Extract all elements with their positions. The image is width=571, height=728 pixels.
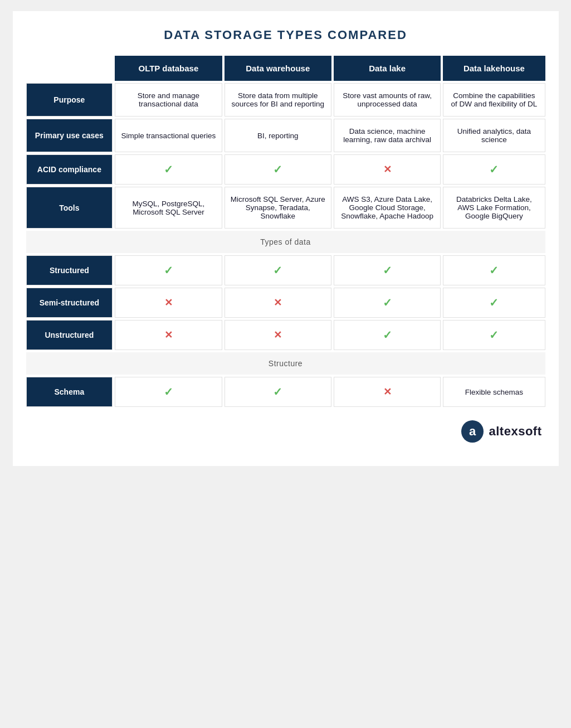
check-icon: ✓ [489,297,499,309]
page-container: DATA STORAGE TYPES COMPARED OLTP databas… [13,11,559,466]
semi-structured-col1: ✕ [115,288,222,318]
col4-header: Data lakehouse [443,56,545,81]
structure-label: Structure [26,352,545,375]
structured-row: Structured ✓ ✓ ✓ ✓ [26,255,545,285]
page-title: DATA STORAGE TYPES COMPARED [24,28,548,42]
altexsoft-logo-icon: a [460,419,485,444]
acid-col1: ✓ [115,154,222,185]
acid-label: ACID compliance [26,154,113,185]
check-icon: ✓ [489,264,499,276]
cross-icon: ✕ [164,329,173,341]
structured-label: Structured [26,255,113,285]
unstructured-row: Unstructured ✕ ✕ ✓ ✓ [26,320,545,350]
types-of-data-label: Types of data [26,231,545,253]
empty-header-cell [26,56,113,81]
semi-structured-col2: ✕ [225,288,331,318]
purpose-col3: Store vast amounts of raw, unprocessed d… [334,83,441,117]
cross-icon: ✕ [383,386,392,397]
cross-icon: ✕ [164,297,173,308]
primary-use-cases-col3: Data science, machine learning, raw data… [334,119,441,152]
schema-col2: ✓ [225,377,331,407]
tools-col3: AWS S3, Azure Data Lake, Google Cloud St… [334,187,441,229]
semi-structured-col3: ✓ [334,288,441,318]
svg-text:a: a [468,424,476,438]
semi-structured-col4: ✓ [443,288,545,318]
purpose-row: Purpose Store and manage transactional d… [26,83,545,117]
schema-label: Schema [26,377,113,407]
tools-label: Tools [26,187,113,229]
primary-use-cases-col4: Unified analytics, data science [443,119,545,152]
unstructured-col4: ✓ [443,320,545,350]
primary-use-cases-row: Primary use cases Simple transactional q… [26,119,545,152]
purpose-col2: Store data from multiple sources for BI … [225,83,331,117]
check-icon: ✓ [273,264,282,276]
check-icon: ✓ [383,297,392,309]
check-icon: ✓ [489,163,499,176]
check-icon: ✓ [383,329,392,341]
check-icon: ✓ [164,264,173,276]
check-icon: ✓ [164,386,173,398]
logo-container: a altexsoft [460,419,542,444]
cross-icon: ✕ [274,329,282,341]
structured-col3: ✓ [334,255,441,285]
tools-col4: Databricks Delta Lake, AWS Lake Formatio… [443,187,545,229]
cross-icon: ✕ [383,164,392,175]
primary-use-cases-label: Primary use cases [26,119,113,152]
comparison-table: OLTP database Data warehouse Data lake D… [24,54,548,409]
semi-structured-row: Semi-structured ✕ ✕ ✓ ✓ [26,288,545,318]
structured-col1: ✓ [115,255,222,285]
unstructured-col3: ✓ [334,320,441,350]
check-icon: ✓ [164,163,173,176]
footer: a altexsoft [24,419,548,444]
col3-header: Data lake [334,56,441,81]
schema-col4: Flexible schemas [443,377,545,407]
types-of-data-section: Types of data [26,231,545,253]
schema-row: Schema ✓ ✓ ✕ Flexible schemas [26,377,545,407]
schema-col3: ✕ [334,377,441,407]
schema-col1: ✓ [115,377,222,407]
structured-col4: ✓ [443,255,545,285]
cross-icon: ✕ [274,297,282,308]
purpose-col1: Store and manage transactional data [115,83,222,117]
unstructured-label: Unstructured [26,320,113,350]
tools-col1: MySQL, PostgreSQL, Microsoft SQL Server [115,187,222,229]
acid-col4: ✓ [443,154,545,185]
check-icon: ✓ [489,329,499,341]
unstructured-col1: ✕ [115,320,222,350]
logo-text: altexsoft [489,424,542,439]
acid-col2: ✓ [225,154,331,185]
col2-header: Data warehouse [225,56,331,81]
check-icon: ✓ [383,264,392,276]
primary-use-cases-col1: Simple transactional queries [115,119,222,152]
unstructured-col2: ✕ [225,320,331,350]
purpose-label: Purpose [26,83,113,117]
tools-col2: Microsoft SQL Server, Azure Synapse, Ter… [225,187,331,229]
structure-section: Structure [26,352,545,375]
header-row: OLTP database Data warehouse Data lake D… [26,56,545,81]
primary-use-cases-col2: BI, reporting [225,119,331,152]
purpose-col4: Combine the capabilities of DW and flexi… [443,83,545,117]
structured-col2: ✓ [225,255,331,285]
acid-col3: ✕ [334,154,441,185]
col1-header: OLTP database [115,56,222,81]
check-icon: ✓ [273,386,282,398]
check-icon: ✓ [273,163,282,176]
acid-row: ACID compliance ✓ ✓ ✕ ✓ [26,154,545,185]
semi-structured-label: Semi-structured [26,288,113,318]
tools-row: Tools MySQL, PostgreSQL, Microsoft SQL S… [26,187,545,229]
